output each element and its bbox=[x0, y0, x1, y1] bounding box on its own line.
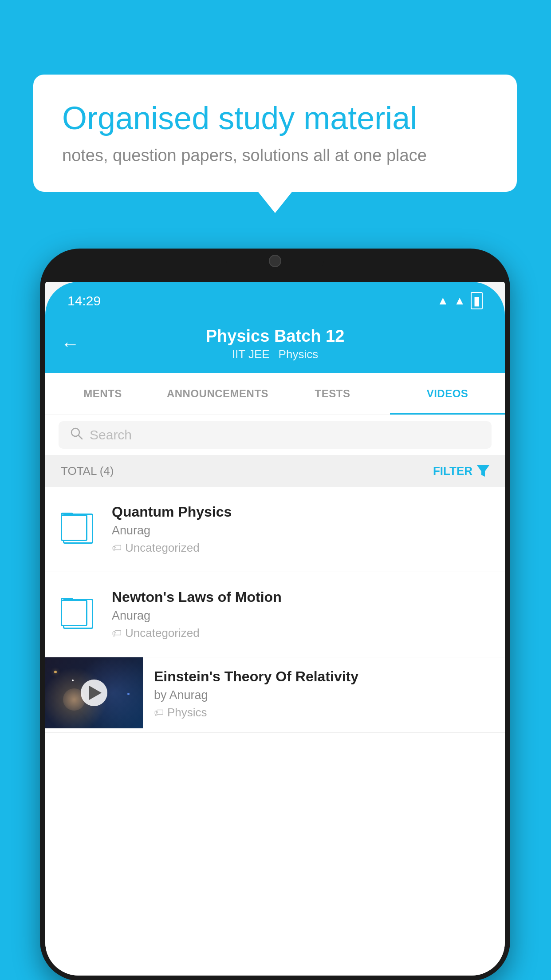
search-section: Search bbox=[45, 415, 505, 455]
tag-label: Uncategorized bbox=[125, 541, 200, 555]
header-subtitle: IIT JEE Physics bbox=[232, 348, 318, 361]
subtitle-iitjee: IIT JEE bbox=[232, 348, 270, 361]
list-item-video[interactable]: Einstein's Theory Of Relativity by Anura… bbox=[45, 657, 505, 733]
tab-tests[interactable]: TESTS bbox=[275, 373, 390, 415]
bubble-subtitle: notes, question papers, solutions all at… bbox=[62, 146, 488, 165]
status-time: 14:29 bbox=[67, 293, 101, 308]
header-title: Physics Batch 12 bbox=[206, 327, 345, 346]
total-count: TOTAL (4) bbox=[61, 464, 114, 478]
speech-bubble: Organised study material notes, question… bbox=[33, 75, 517, 192]
tag-label: Physics bbox=[167, 706, 207, 719]
item-info-2: Newton's Laws of Motion Anurag 🏷 Uncateg… bbox=[112, 589, 489, 640]
status-bar: 14:29 ▲ ▲ ▮ bbox=[45, 282, 505, 315]
play-button[interactable] bbox=[81, 680, 107, 706]
item-tag: 🏷 Physics bbox=[154, 706, 494, 719]
item-info-1: Quantum Physics Anurag 🏷 Uncategorized bbox=[112, 504, 489, 555]
battery-icon: ▮ bbox=[471, 292, 483, 309]
filter-button[interactable]: FILTER bbox=[433, 464, 489, 478]
filter-funnel-icon bbox=[477, 465, 489, 477]
tag-icon: 🏷 bbox=[154, 707, 164, 719]
phone-container: 14:29 ▲ ▲ ▮ ← Physics Batch 12 IIT JEE P… bbox=[40, 249, 510, 980]
item-icon-1 bbox=[61, 506, 98, 548]
item-title: Einstein's Theory Of Relativity bbox=[154, 668, 494, 685]
wifi-icon: ▲ bbox=[437, 294, 449, 308]
video-thumbnail bbox=[45, 657, 143, 728]
back-button[interactable]: ← bbox=[61, 333, 79, 355]
item-author: Anurag bbox=[112, 524, 489, 537]
tabs-bar: MENTS ANNOUNCEMENTS TESTS VIDEOS bbox=[45, 373, 505, 415]
content-list: Quantum Physics Anurag 🏷 Uncategorized bbox=[45, 487, 505, 976]
tab-videos[interactable]: VIDEOS bbox=[390, 373, 505, 415]
play-triangle-icon bbox=[89, 686, 102, 700]
tab-ments[interactable]: MENTS bbox=[45, 373, 160, 415]
search-icon bbox=[70, 427, 83, 443]
filter-label: FILTER bbox=[433, 464, 472, 478]
phone-body: 14:29 ▲ ▲ ▮ ← Physics Batch 12 IIT JEE P… bbox=[40, 249, 510, 980]
app-header: ← Physics Batch 12 IIT JEE Physics bbox=[45, 315, 505, 373]
tag-label: Uncategorized bbox=[125, 626, 200, 640]
list-item[interactable]: Newton's Laws of Motion Anurag 🏷 Uncateg… bbox=[45, 572, 505, 657]
filter-bar: TOTAL (4) FILTER bbox=[45, 455, 505, 487]
phone-notch bbox=[226, 249, 324, 273]
item-author: by Anurag bbox=[154, 688, 494, 702]
phone-screen: 14:29 ▲ ▲ ▮ ← Physics Batch 12 IIT JEE P… bbox=[45, 282, 505, 976]
status-icons: ▲ ▲ ▮ bbox=[437, 292, 483, 309]
tag-icon: 🏷 bbox=[112, 628, 122, 639]
subtitle-physics: Physics bbox=[279, 348, 319, 361]
tag-icon: 🏷 bbox=[112, 542, 122, 554]
item-icon-2 bbox=[61, 591, 98, 633]
item-author: Anurag bbox=[112, 609, 489, 623]
item-title: Newton's Laws of Motion bbox=[112, 589, 489, 605]
list-item[interactable]: Quantum Physics Anurag 🏷 Uncategorized bbox=[45, 487, 505, 572]
svg-line-1 bbox=[79, 435, 82, 439]
phone-camera bbox=[269, 255, 281, 267]
svg-marker-2 bbox=[477, 465, 489, 477]
search-input[interactable]: Search bbox=[90, 427, 132, 443]
item-tag: 🏷 Uncategorized bbox=[112, 626, 489, 640]
search-bar[interactable]: Search bbox=[59, 421, 492, 449]
tab-announcements[interactable]: ANNOUNCEMENTS bbox=[160, 373, 275, 415]
signal-icon: ▲ bbox=[454, 294, 465, 308]
bubble-title: Organised study material bbox=[62, 99, 488, 137]
item-tag: 🏷 Uncategorized bbox=[112, 541, 489, 555]
video-info: Einstein's Theory Of Relativity by Anura… bbox=[143, 657, 505, 728]
item-title: Quantum Physics bbox=[112, 504, 489, 520]
